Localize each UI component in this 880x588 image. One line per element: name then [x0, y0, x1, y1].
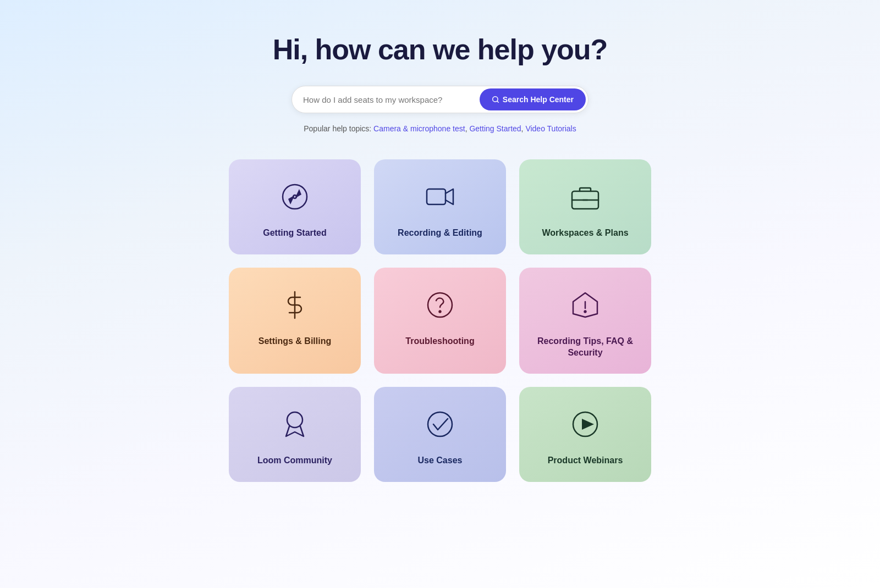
card-getting-started[interactable]: Getting Started	[229, 159, 361, 254]
card-recording-editing-label: Recording & Editing	[398, 228, 482, 239]
svg-point-2	[283, 185, 307, 209]
card-getting-started-label: Getting Started	[263, 228, 327, 239]
question-icon	[422, 287, 458, 325]
card-use-cases[interactable]: Use Cases	[374, 387, 506, 482]
card-recording-tips[interactable]: Recording Tips, FAQ & Security	[519, 268, 651, 374]
card-loom-community-label: Loom Community	[257, 455, 332, 467]
svg-marker-4	[295, 189, 301, 198]
dollar-icon	[277, 287, 312, 325]
popular-topic-video-tutorials[interactable]: Video Tutorials	[525, 124, 576, 133]
help-categories-grid: Getting Started Recording & Editing Work…	[229, 159, 651, 482]
alert-icon	[568, 287, 603, 325]
svg-rect-6	[427, 189, 446, 204]
card-workspaces-plans-label: Workspaces & Plans	[542, 228, 628, 239]
card-troubleshooting-label: Troubleshooting	[405, 336, 474, 347]
card-product-webinars-label: Product Webinars	[548, 455, 623, 467]
svg-marker-5	[288, 195, 295, 204]
svg-marker-19	[582, 419, 594, 430]
checkmark-icon	[422, 407, 458, 444]
card-settings-billing[interactable]: Settings & Billing	[229, 268, 361, 374]
card-settings-billing-label: Settings & Billing	[258, 336, 331, 347]
svg-point-15	[585, 310, 586, 312]
search-bar: Search Help Center	[292, 86, 588, 113]
briefcase-icon	[568, 179, 603, 217]
search-button[interactable]: Search Help Center	[480, 88, 586, 110]
svg-point-16	[287, 412, 302, 428]
card-recording-editing[interactable]: Recording & Editing	[374, 159, 506, 254]
play-icon	[568, 407, 603, 444]
popular-topic-camera[interactable]: Camera & microphone test	[373, 124, 465, 133]
card-use-cases-label: Use Cases	[418, 455, 463, 467]
card-troubleshooting[interactable]: Troubleshooting	[374, 268, 506, 374]
page-title: Hi, how can we help you?	[273, 33, 608, 66]
card-workspaces-plans[interactable]: Workspaces & Plans	[519, 159, 651, 254]
compass-icon	[277, 179, 312, 217]
video-icon	[422, 179, 458, 217]
popular-topic-getting-started[interactable]: Getting Started	[469, 124, 521, 133]
card-recording-tips-label: Recording Tips, FAQ & Security	[530, 336, 640, 359]
search-icon	[492, 96, 499, 103]
svg-line-1	[497, 101, 499, 103]
search-input[interactable]	[292, 87, 477, 112]
card-product-webinars[interactable]: Product Webinars	[519, 387, 651, 482]
ribbon-icon	[277, 407, 312, 444]
svg-point-12	[439, 310, 441, 312]
popular-topics: Popular help topics: Camera & microphone…	[304, 124, 576, 133]
svg-point-11	[428, 293, 452, 317]
svg-point-17	[428, 412, 452, 436]
card-loom-community[interactable]: Loom Community	[229, 387, 361, 482]
